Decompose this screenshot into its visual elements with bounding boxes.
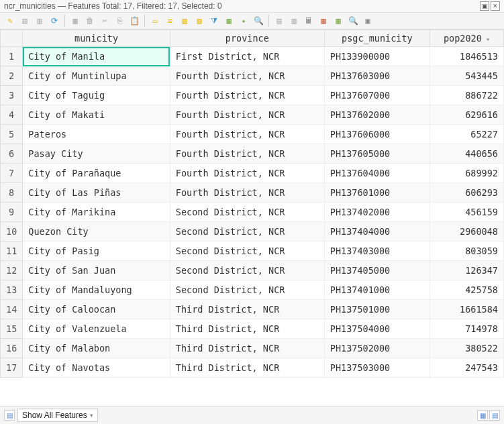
table-row[interactable]: 3City of TaguigFourth District, NCRPH137… [1,86,504,105]
row-number[interactable]: 14 [1,300,23,319]
cell-province[interactable]: Second District, NCR [170,203,324,222]
row-number[interactable]: 16 [1,339,23,358]
dock-icon[interactable]: 🔍 [347,15,359,27]
cell-municity[interactable]: City of Parañaque [23,164,170,183]
delete-field-icon[interactable]: ▥ [288,15,300,27]
cell-province[interactable]: Fourth District, NCR [170,183,324,203]
cell-province[interactable]: Fourth District, NCR [170,144,324,164]
row-number[interactable]: 2 [1,66,23,86]
close-button[interactable]: ✕ [491,1,500,11]
table-row[interactable]: 15City of ValenzuelaThird District, NCRP… [1,319,504,339]
cell-psgc[interactable]: PH137503000 [324,358,430,378]
cell-psgc[interactable]: PH137605000 [324,144,430,164]
row-number[interactable]: 8 [1,183,23,203]
cell-province[interactable]: Second District, NCR [170,242,324,261]
expression-icon[interactable]: ▭ [149,15,161,27]
cell-municity[interactable]: City of Pasig [23,242,170,261]
cell-province[interactable]: Fourth District, NCR [170,164,324,183]
pencil-icon[interactable]: ✎ [4,15,16,27]
cell-pop2020[interactable]: 886722 [430,86,503,105]
table-row[interactable]: 9City of MarikinaSecond District, NCRPH1… [1,203,504,222]
row-number[interactable]: 4 [1,105,23,125]
zoom-to-icon[interactable]: 🔍 [252,15,264,27]
cell-psgc[interactable]: PH137607000 [324,86,430,105]
cell-province[interactable]: Second District, NCR [170,280,324,300]
cell-municity[interactable]: City of Malabon [23,339,170,358]
cell-pop2020[interactable]: 803059 [430,242,503,261]
cell-psgc[interactable]: PH137501000 [324,300,430,319]
invert-select-icon[interactable]: ▧ [179,15,191,27]
cell-municity[interactable]: City of Navotas [23,358,170,378]
table-row[interactable]: 16City of MalabonThird District, NCRPH13… [1,339,504,358]
filter-icon[interactable]: ⧩ [208,15,220,27]
col-province[interactable]: province [170,30,324,47]
cell-pop2020[interactable]: 543445 [430,66,503,86]
row-number[interactable]: 6 [1,144,23,164]
cell-psgc[interactable]: PH137504000 [324,319,430,339]
cell-psgc[interactable]: PH137502000 [324,339,430,358]
filter-dropdown[interactable]: Show All Features [17,409,98,422]
cut-icon[interactable]: ✂ [99,15,111,27]
cell-pop2020[interactable]: 425758 [430,280,503,300]
table-scroll[interactable]: municity province psgc_municity pop2020 … [0,30,504,406]
cell-municity[interactable]: City of Mandaluyong [23,280,170,300]
cell-psgc[interactable]: PH137403000 [324,242,430,261]
detach-button[interactable]: ▣ [480,1,489,11]
new-field-icon[interactable]: ▤ [273,15,285,27]
cell-pop2020[interactable]: 714978 [430,319,503,339]
cell-province[interactable]: Second District, NCR [170,222,324,242]
cell-psgc[interactable]: PH137602000 [324,105,430,125]
cell-psgc[interactable]: PH137601000 [324,183,430,203]
row-number[interactable]: 7 [1,164,23,183]
cell-municity[interactable]: City of Taguig [23,86,170,105]
table-row[interactable]: 13City of MandaluyongSecond District, NC… [1,280,504,300]
row-number[interactable]: 13 [1,280,23,300]
field-calc-icon[interactable]: 🖩 [303,15,315,27]
select-all-icon[interactable]: ≡ [164,15,176,27]
row-number[interactable]: 12 [1,261,23,280]
table-row[interactable]: 11City of PasigSecond District, NCRPH137… [1,242,504,261]
cell-psgc[interactable]: PH137606000 [324,125,430,144]
table-row[interactable]: 6Pasay CityFourth District, NCRPH1376050… [1,144,504,164]
cell-psgc[interactable]: PH137401000 [324,280,430,300]
cell-municity[interactable]: City of Las Piñas [23,183,170,203]
col-municity[interactable]: municity [23,30,170,47]
cell-municity[interactable]: City of Muntinlupa [23,66,170,86]
cell-pop2020[interactable]: 247543 [430,358,503,378]
row-number[interactable]: 11 [1,242,23,261]
cell-psgc[interactable]: PH137402000 [324,203,430,222]
cell-psgc[interactable]: PH133900000 [324,47,430,66]
cell-province[interactable]: Fourth District, NCR [170,66,324,86]
col-pop2020[interactable]: pop2020 [430,30,503,47]
deselect-icon[interactable]: ▨ [193,15,205,27]
cell-pop2020[interactable]: 689992 [430,164,503,183]
save-icon[interactable]: ▤ [19,15,31,27]
table-row[interactable]: 12City of San JuanSecond District, NCRPH… [1,261,504,280]
row-number[interactable]: 17 [1,358,23,378]
cell-province[interactable]: Fourth District, NCR [170,125,324,144]
table-row[interactable]: 5PaterosFourth District, NCRPH1376060006… [1,125,504,144]
row-number[interactable]: 1 [1,47,23,66]
move-top-icon[interactable]: ▦ [223,15,235,27]
paste-icon[interactable]: 📋 [128,15,140,27]
save-as-icon[interactable]: ▥ [34,15,46,27]
cell-pop2020[interactable]: 629616 [430,105,503,125]
pan-to-icon[interactable]: ✦ [238,15,250,27]
cell-pop2020[interactable]: 606293 [430,183,503,203]
delete-feature-icon[interactable]: 🗑 [84,15,96,27]
row-number[interactable]: 9 [1,203,23,222]
row-number[interactable]: 15 [1,319,23,339]
cell-pop2020[interactable]: 1846513 [430,47,503,66]
table-row[interactable]: 14City of CaloocanThird District, NCRPH1… [1,300,504,319]
cell-province[interactable]: First District, NCR [170,47,324,66]
cell-psgc[interactable]: PH137604000 [324,164,430,183]
row-number[interactable]: 5 [1,125,23,144]
cell-pop2020[interactable]: 126347 [430,261,503,280]
form-view2-icon[interactable]: ▤ [489,410,500,421]
copy-icon[interactable]: ⎘ [113,15,125,27]
cell-municity[interactable]: City of San Juan [23,261,170,280]
cell-psgc[interactable]: PH137404000 [324,222,430,242]
cell-province[interactable]: Third District, NCR [170,358,324,378]
cell-municity[interactable]: City of Marikina [23,203,170,222]
cell-municity[interactable]: City of Makati [23,105,170,125]
